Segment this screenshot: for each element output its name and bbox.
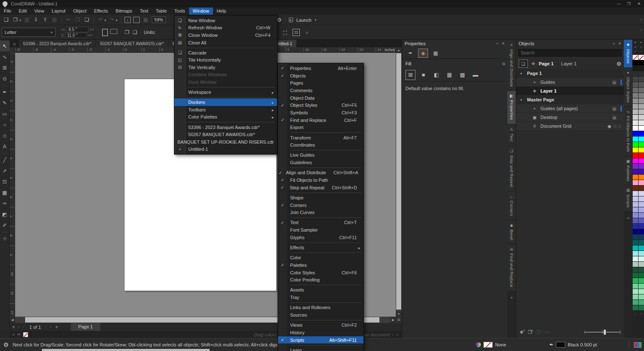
window-menu-item-dock-window[interactable]: Dock Window — [174, 78, 277, 86]
palette-flyout-icon[interactable]: ▸ — [13, 333, 15, 336]
fountain-fill-button[interactable]: ◧ — [431, 70, 441, 80]
new-master-layer-button[interactable]: ❒＋ — [528, 330, 532, 335]
status-gear-icon[interactable]: ⚙ — [3, 341, 9, 348]
color-swatch[interactable] — [639, 245, 644, 251]
color-swatch[interactable] — [633, 289, 638, 294]
dockers-menu-item-effects[interactable]: Effects — [278, 244, 364, 251]
color-swatch[interactable] — [633, 186, 638, 191]
document-tab-53396-2023-banquet-awards-cdr-[interactable]: 53396 - 2023 Banquet Awards.cdr* — [19, 40, 96, 47]
printable-icon[interactable]: ▤ — [613, 115, 616, 120]
color-swatch[interactable] — [633, 131, 638, 137]
palette-flyout-icon[interactable]: ▸ — [633, 40, 638, 45]
color-swatch[interactable] — [633, 180, 638, 186]
open-icon[interactable]: ❒ — [12, 17, 21, 23]
new-layer-button[interactable]: ❖＋ — [519, 330, 524, 335]
page-width-field[interactable]: 8.5 " — [67, 27, 88, 32]
page-size-dropdown[interactable]: Letter ▾ — [2, 28, 55, 37]
window-menu-item-close-all[interactable]: ▤ Close All — [174, 39, 277, 46]
color-swatch[interactable] — [633, 164, 638, 169]
color-swatch[interactable] — [639, 169, 644, 175]
docker-tab-properties[interactable]: ◧ Properties — [507, 91, 516, 124]
color-swatch[interactable] — [639, 131, 644, 137]
docker-tab-step-and-repeat[interactable]: ❏ Step and Repeat — [507, 146, 516, 191]
add-property-button[interactable]: ＋ — [304, 29, 309, 36]
color-swatch[interactable] — [639, 175, 644, 180]
color-swatch[interactable] — [639, 66, 644, 71]
toolbar-overflow-icon[interactable]: » — [640, 17, 642, 21]
window-menu-item-close-window[interactable]: ⊠ Close Window Ctrl+F4 — [174, 31, 277, 39]
window-menu-item-dockers[interactable]: Dockers — [174, 98, 277, 106]
rectangle-tool[interactable]: ▭ — [0, 108, 10, 119]
color-swatch[interactable] — [639, 98, 644, 104]
color-swatch[interactable] — [633, 191, 638, 196]
color-swatch[interactable] — [633, 202, 638, 207]
window-menu-item-refresh-window[interactable]: ↻ Refresh Window Ctrl+W — [174, 24, 277, 32]
new-page-button[interactable]: ❏ — [519, 59, 528, 68]
transparency-tab[interactable]: ▦ — [431, 49, 441, 58]
window-menu-item-color-palettes[interactable]: Color Palettes — [174, 114, 277, 121]
eyedropper-tool[interactable]: ✑ — [0, 198, 10, 209]
dockers-menu-item-transform[interactable]: Transform Alt+F7 — [278, 134, 364, 142]
window-menu-item-cascade[interactable]: ❏ Cascade — [174, 49, 277, 57]
docker-tab-align-and-distribute[interactable]: ≡ Align and Distribute — [507, 40, 516, 91]
ruler-origin-box[interactable] — [10, 47, 15, 53]
no-fill-button[interactable]: ⊠ — [405, 70, 415, 80]
color-swatch[interactable] — [639, 213, 644, 218]
menu-help[interactable]: Help — [213, 8, 230, 15]
vertical-scrollbar[interactable]: ▲ ▼ — [396, 47, 402, 317]
menu-window[interactable]: Window — [189, 8, 213, 15]
color-swatch[interactable] — [633, 235, 638, 240]
color-swatch[interactable] — [633, 213, 638, 218]
launch-button[interactable]: Launch — [296, 18, 312, 23]
color-swatch[interactable] — [633, 66, 638, 71]
layer-row-guides[interactable]: + Guides ◉ ▤ — [516, 78, 624, 87]
export-icon[interactable]: ↑ — [133, 17, 140, 23]
color-swatch[interactable] — [633, 98, 638, 104]
color-swatch[interactable] — [639, 186, 644, 191]
publish-pdf-icon[interactable]: ▦ — [142, 17, 149, 23]
docker-tab-palettes[interactable]: ▦ Palettes — [624, 156, 632, 186]
color-swatch[interactable] — [633, 245, 638, 251]
docker-tab-object-styles[interactable]: ✦ Object Styles — [624, 68, 632, 107]
color-swatch[interactable] — [639, 158, 644, 164]
color-swatch[interactable] — [633, 196, 638, 202]
color-swatch[interactable] — [639, 82, 644, 88]
eyedropper-icon[interactable]: ✑ — [17, 332, 21, 337]
color-swatch[interactable] — [639, 289, 644, 294]
color-swatch[interactable] — [639, 196, 644, 202]
window-menu-item-tile-horizontally[interactable]: ◫ Tile Horizontally — [174, 56, 277, 64]
last-page-icon[interactable]: » — [50, 325, 53, 329]
menu-layout[interactable]: Layout — [48, 8, 69, 15]
color-swatch[interactable] — [639, 77, 644, 82]
window-menu-item-tile-vertically[interactable]: ⊟ Tile Vertically — [174, 64, 277, 71]
uniform-fill-button[interactable]: ■ — [418, 70, 428, 80]
color-swatch[interactable] — [633, 147, 638, 153]
dockers-menu-item-sources[interactable]: Sources — [278, 311, 364, 319]
close-docker-icon[interactable]: ✕ — [501, 41, 505, 46]
fill-tab[interactable]: ◆ — [418, 49, 428, 58]
outline-swatch[interactable] — [556, 342, 565, 348]
color-swatch[interactable] — [639, 164, 644, 169]
import-icon[interactable]: ↓ — [125, 17, 131, 23]
pick-tool[interactable]: ↖ — [0, 41, 10, 52]
scroll-up-arrow-icon[interactable]: ▲ — [396, 47, 402, 53]
no-color-swatch[interactable] — [23, 332, 28, 337]
dockers-menu-item-comments[interactable]: Comments — [278, 87, 364, 94]
color-swatch[interactable] — [633, 218, 638, 224]
dockers-menu-item-align-and-distribute[interactable]: Align and Distribute Ctrl+Shift+A — [278, 169, 364, 176]
printable-icon[interactable]: ▤ — [613, 106, 616, 111]
smart-fill-tool[interactable]: ✐ — [0, 220, 10, 231]
menu-effects[interactable]: Effects — [90, 8, 112, 15]
outline-tab[interactable]: ✒ — [405, 49, 415, 58]
dimension-tool[interactable]: ╱ — [0, 155, 10, 165]
color-swatch[interactable] — [633, 284, 638, 289]
previous-page-icon[interactable]: ‹ — [23, 325, 25, 329]
property-bar-overflow-icon[interactable]: » — [640, 28, 642, 32]
scroll-left-arrow-icon[interactable]: ◀ — [10, 317, 15, 323]
interactive-fill-tool[interactable]: ◩ — [0, 209, 10, 220]
dockers-menu-item-objects[interactable]: Objects — [278, 72, 364, 80]
add-docker-button[interactable]: ＋ — [507, 294, 516, 301]
docker-tab-text[interactable]: A Text — [507, 124, 516, 146]
collapse-docker-icon[interactable]: » — [496, 41, 498, 46]
duplicate-layer-icon[interactable]: ❐ — [536, 330, 540, 335]
